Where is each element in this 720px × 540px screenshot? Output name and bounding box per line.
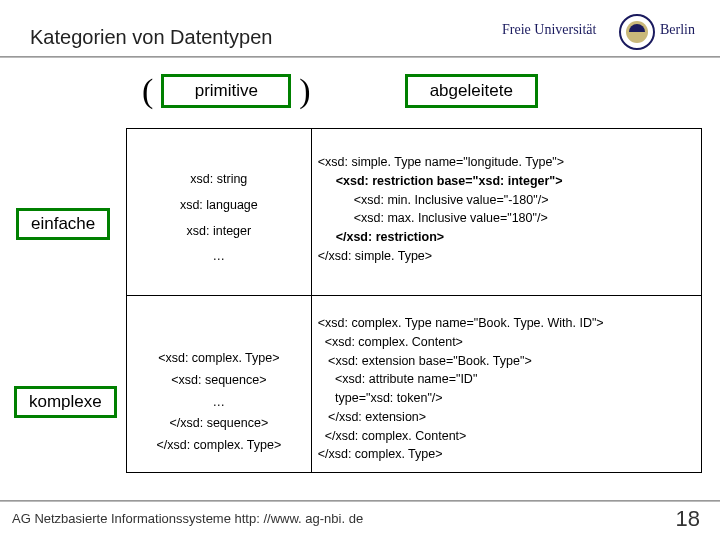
cell-simple-derived: <xsd: simple. Type name="longitude. Type… (312, 129, 702, 295)
row-label-complex: komplexe (14, 386, 117, 418)
code-line: </xsd: sequence> (133, 414, 305, 433)
logo-text-1: Freie Universität (502, 22, 597, 37)
footer-divider (0, 500, 720, 502)
university-logo: Freie Universität Berlin (502, 12, 702, 54)
cell-complex-primitive: <xsd: complex. Type> <xsd: sequence> … <… (127, 296, 312, 472)
code-line: <xsd: min. Inclusive value="-180"/> (318, 191, 695, 210)
column-header-row: ( primitive ) abgeleitete (140, 72, 544, 110)
code-line: <xsd: sequence> (133, 371, 305, 390)
page-number: 18 (676, 506, 700, 532)
slide-title: Kategorien von Datentypen (30, 26, 272, 49)
table-row: xsd: string xsd: language xsd: integer …… (127, 129, 702, 296)
code-line: <xsd: max. Inclusive value="180"/> (318, 209, 695, 228)
code-line: <xsd: restriction base="xsd: integer"> (318, 172, 695, 191)
title-divider (0, 56, 720, 58)
footer-text: AG Netzbasierte Informationssysteme http… (12, 511, 363, 526)
code-line: </xsd: complex. Type> (133, 436, 305, 455)
code-block: <xsd: complex. Type name="Book. Type. Wi… (318, 302, 695, 464)
cell-simple-primitive: xsd: string xsd: language xsd: integer … (127, 129, 312, 295)
logo-text-2: Berlin (660, 22, 695, 37)
cell-complex-derived: <xsd: complex. Type name="Book. Type. Wi… (312, 296, 702, 472)
paren-close: ) (297, 72, 312, 110)
xsd-language: xsd: language (133, 196, 305, 215)
code-line: </xsd: restriction> (318, 228, 695, 247)
column-header-primitive: primitive (161, 74, 291, 108)
column-header-derived: abgeleitete (405, 74, 538, 108)
ellipsis: … (133, 247, 305, 266)
xsd-string: xsd: string (133, 170, 305, 189)
code-line: </xsd: simple. Type> (318, 249, 432, 263)
row-label-simple: einfache (16, 208, 110, 240)
paren-open: ( (140, 72, 155, 110)
content-grid: xsd: string xsd: language xsd: integer …… (126, 128, 702, 473)
xsd-integer: xsd: integer (133, 222, 305, 241)
table-row: <xsd: complex. Type> <xsd: sequence> … <… (127, 296, 702, 473)
ellipsis: … (133, 393, 305, 412)
code-line: <xsd: simple. Type name="longitude. Type… (318, 155, 564, 169)
code-line: <xsd: complex. Type> (133, 349, 305, 368)
